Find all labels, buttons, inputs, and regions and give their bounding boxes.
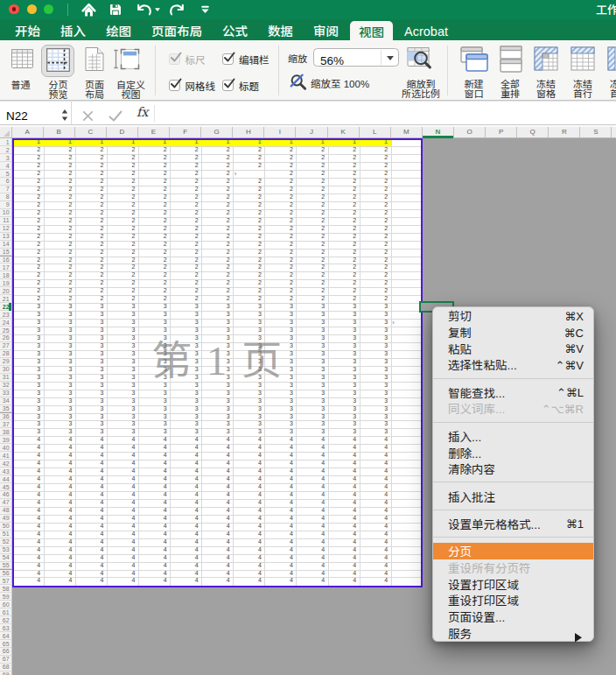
checkbox-box[interactable] — [222, 80, 234, 91]
ribbon-tab-页面布局[interactable]: 页面布局 — [143, 19, 211, 40]
checkbox-网格线[interactable]: 网格线 — [169, 79, 216, 93]
column-header-L[interactable]: L — [360, 127, 391, 139]
column-header-O[interactable]: O — [454, 127, 486, 139]
column-header-J[interactable]: J — [296, 127, 327, 139]
row-header-4[interactable]: 4 — [0, 162, 12, 170]
row-header-37[interactable]: 37 — [0, 420, 12, 428]
column-header-B[interactable]: B — [44, 127, 75, 139]
row-header-54[interactable]: 54 — [0, 554, 12, 562]
column-header-C[interactable]: C — [75, 127, 107, 139]
row-header-63[interactable]: 63 — [0, 624, 12, 632]
column-header-Q[interactable]: Q — [517, 127, 549, 139]
row-header-10[interactable]: 10 — [0, 209, 12, 217]
menu-item-8[interactable]: 插入... — [433, 428, 594, 445]
row-header-17[interactable]: 17 — [0, 264, 12, 271]
row-header-1[interactable]: 1 — [0, 138, 12, 146]
row-header-61[interactable]: 61 — [0, 608, 12, 616]
row-header-41[interactable]: 41 — [0, 452, 12, 460]
row-header-46[interactable]: 46 — [0, 491, 12, 499]
row-header-60[interactable]: 60 — [0, 601, 12, 608]
row-header-25[interactable]: 25 — [0, 327, 12, 334]
ribbon-tab-Acrobat[interactable]: Acrobat — [396, 19, 457, 40]
row-header-7[interactable]: 7 — [0, 186, 12, 193]
column-header-I[interactable]: I — [264, 127, 296, 139]
row-header-51[interactable]: 51 — [0, 531, 12, 538]
row-header-52[interactable]: 52 — [0, 538, 12, 546]
menu-item-12[interactable]: 插入批注 — [433, 488, 594, 504]
menu-item-18[interactable]: 设置打印区域 — [433, 575, 594, 592]
menu-item-14[interactable]: 设置单元格格式...⌘1 — [433, 516, 594, 532]
row-header-26[interactable]: 26 — [0, 334, 12, 342]
row-header-62[interactable]: 62 — [0, 616, 12, 624]
row-header-45[interactable]: 45 — [0, 483, 12, 491]
row-header-33[interactable]: 33 — [0, 390, 12, 397]
column-header-H[interactable]: H — [233, 127, 264, 139]
menu-item-0[interactable]: 剪切⌘X — [433, 307, 594, 324]
home-icon[interactable] — [80, 0, 96, 19]
row-header-5[interactable]: 5 — [0, 170, 12, 178]
row-header-14[interactable]: 14 — [0, 241, 12, 249]
page-break-preview-icon[interactable] — [46, 48, 70, 76]
row-header-58[interactable]: 58 — [0, 585, 12, 593]
row-header-40[interactable]: 40 — [0, 444, 12, 452]
column-header-S[interactable]: S — [580, 127, 612, 139]
zoom-100-icon[interactable] — [290, 74, 309, 97]
new-window-icon[interactable] — [460, 46, 488, 77]
row-header-67[interactable]: 67 — [0, 656, 12, 664]
ribbon-tab-视图[interactable]: 视图 — [350, 21, 393, 40]
save-icon[interactable] — [108, 0, 122, 19]
row-header-22[interactable]: 22 — [0, 303, 12, 311]
menu-item-21[interactable]: 服务 — [433, 624, 594, 641]
column-header-R[interactable]: R — [549, 127, 580, 139]
ribbon-tab-开始[interactable]: 开始 — [6, 19, 49, 40]
row-header-34[interactable]: 34 — [0, 397, 12, 405]
column-header-D[interactable]: D — [107, 127, 138, 139]
row-header-18[interactable]: 18 — [0, 271, 12, 279]
enter-icon[interactable] — [108, 106, 123, 121]
close-button[interactable] — [9, 4, 19, 15]
ribbon-tab-公式[interactable]: 公式 — [214, 19, 256, 40]
row-header-27[interactable]: 27 — [0, 342, 12, 350]
row-header-3[interactable]: 3 — [0, 154, 12, 162]
row-header-50[interactable]: 50 — [0, 523, 12, 531]
row-header-32[interactable]: 32 — [0, 382, 12, 390]
insert-function-icon[interactable]: fx — [136, 105, 149, 119]
column-header-E[interactable]: E — [138, 127, 170, 139]
row-header-69[interactable]: 69 — [0, 671, 12, 675]
view-button-label-3[interactable]: 自定义 视图 — [105, 80, 158, 99]
column-header-N[interactable]: N — [423, 127, 454, 139]
row-header-42[interactable]: 42 — [0, 460, 12, 468]
row-header-31[interactable]: 31 — [0, 374, 12, 382]
redo-icon[interactable] — [167, 0, 186, 19]
zoom-to-selection-label[interactable]: 缩放到 所选比例 — [394, 79, 448, 98]
row-header-35[interactable]: 35 — [0, 405, 12, 413]
row-header-20[interactable]: 20 — [0, 287, 12, 295]
row-header-19[interactable]: 19 — [0, 279, 12, 287]
window-button-label-4[interactable]: 冻结 首列 — [593, 79, 616, 98]
row-header-56[interactable]: 56 — [0, 570, 12, 578]
row-header-12[interactable]: 12 — [0, 225, 12, 233]
row-header-13[interactable]: 13 — [0, 233, 12, 241]
row-header-59[interactable]: 59 — [0, 593, 12, 601]
menu-item-1[interactable]: 复制⌘C — [433, 324, 594, 341]
menu-item-2[interactable]: 粘贴⌘V — [433, 340, 594, 356]
row-header-39[interactable]: 39 — [0, 436, 12, 444]
zoom-dropdown-arrow-icon[interactable] — [387, 56, 394, 60]
menu-item-17[interactable]: 重设所有分页符 — [433, 559, 594, 576]
custom-views-icon[interactable] — [113, 47, 140, 75]
row-header-16[interactable]: 16 — [0, 257, 12, 264]
row-header-57[interactable]: 57 — [0, 577, 12, 585]
ribbon-tab-插入[interactable]: 插入 — [52, 19, 94, 40]
column-header-F[interactable]: F — [170, 127, 201, 139]
arrange-all-icon[interactable] — [500, 46, 522, 77]
customize-quick-access-icon[interactable] — [199, 0, 211, 19]
checkbox-标尺[interactable]: 标尺 — [169, 53, 206, 67]
row-header-47[interactable]: 47 — [0, 499, 12, 507]
column-header-T[interactable]: T — [612, 127, 616, 139]
row-header-38[interactable]: 38 — [0, 428, 12, 436]
menu-item-10[interactable]: 清除内容 — [433, 461, 594, 477]
row-header-43[interactable]: 43 — [0, 468, 12, 475]
minimize-button[interactable] — [27, 4, 38, 15]
row-header-64[interactable]: 64 — [0, 632, 12, 640]
row-header-53[interactable]: 53 — [0, 546, 12, 554]
